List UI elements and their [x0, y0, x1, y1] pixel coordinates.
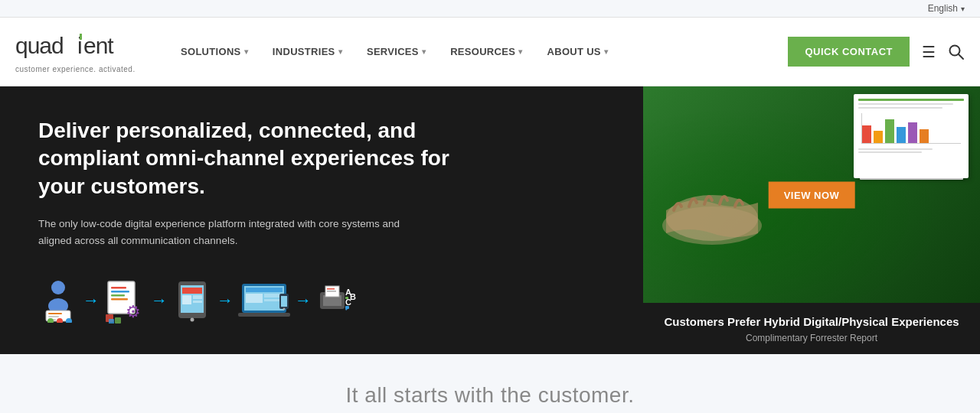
- svg-rect-44: [327, 288, 335, 290]
- menu-icon: ☰: [922, 43, 936, 61]
- svg-text:B: B: [350, 292, 356, 301]
- svg-rect-34: [246, 294, 263, 303]
- nav-item-resources[interactable]: RESOURCES ▾: [438, 38, 534, 65]
- hero-left: Deliver personalized, connected, and com…: [0, 86, 643, 354]
- hero-headline: Deliver personalized, connected, and com…: [38, 117, 467, 200]
- svg-rect-33: [246, 288, 283, 292]
- hero-right: VIEW NOW Customers Prefer Hybrid Digital…: [643, 86, 980, 354]
- arrow-4: →: [295, 291, 312, 311]
- arrow-1: →: [83, 291, 100, 311]
- icon-tablet: [172, 278, 212, 324]
- icon-person: [38, 278, 78, 323]
- svg-point-30: [191, 318, 194, 322]
- nav-chevron-resources: ▾: [518, 47, 522, 56]
- logo-text: quad i ent: [15, 31, 134, 63]
- forrester-caption: Customers Prefer Hybrid Digital/Physical…: [643, 303, 980, 354]
- view-now-button[interactable]: VIEW NOW: [769, 181, 855, 208]
- laptop-svg: [238, 280, 290, 322]
- nav-chevron-solutions: ▾: [244, 47, 248, 56]
- icon-flow: → ⚙ →: [38, 278, 612, 324]
- nav-label-industries: INDUSTRIES: [273, 46, 335, 57]
- icon-laptop: [238, 280, 290, 322]
- svg-rect-23: [109, 319, 114, 324]
- svg-line-5: [959, 54, 963, 59]
- icon-processing: ⚙: [104, 278, 146, 324]
- svg-rect-37: [238, 313, 290, 317]
- nav-chevron-industries: ▾: [338, 47, 342, 56]
- nav-label-services: SERVICES: [367, 46, 419, 57]
- nav-item-about[interactable]: ABOUT US ▾: [535, 38, 621, 65]
- processing-svg: ⚙: [104, 278, 146, 324]
- svg-rect-18: [111, 294, 125, 297]
- forrester-sub: Complimentary Forrester Report: [658, 333, 965, 343]
- search-icon: [948, 44, 965, 60]
- svg-rect-36: [264, 299, 279, 301]
- nav-item-services[interactable]: SERVICES ▾: [354, 38, 438, 65]
- arrow-2: →: [151, 291, 168, 311]
- svg-rect-45: [327, 291, 336, 292]
- tagline-text: It all starts with the customer.: [15, 383, 965, 408]
- svg-rect-17: [111, 291, 129, 293]
- logo-svg: quad i ent: [15, 31, 134, 60]
- nav-item-solutions[interactable]: SOLUTIONS ▾: [168, 38, 260, 65]
- doc-main: [854, 94, 969, 178]
- svg-rect-16: [111, 287, 126, 289]
- channels-svg: A C B: [316, 278, 358, 323]
- svg-rect-27: [182, 295, 191, 304]
- search-button[interactable]: [948, 44, 965, 60]
- svg-point-6: [51, 281, 65, 294]
- top-bar: English ▾: [0, 0, 980, 18]
- logo[interactable]: quad i ent customer experience. activate…: [15, 31, 138, 73]
- menu-button[interactable]: ☰: [922, 43, 936, 61]
- svg-rect-28: [193, 295, 202, 299]
- language-selector[interactable]: English ▾: [928, 3, 965, 14]
- nav-chevron-about: ▾: [604, 47, 608, 56]
- person-svg: [38, 278, 78, 323]
- svg-rect-50: [345, 306, 349, 309]
- svg-rect-10: [48, 316, 59, 317]
- svg-rect-26: [182, 288, 202, 294]
- svg-rect-22: [115, 317, 121, 324]
- icon-channels: A C B: [316, 278, 358, 323]
- svg-text:ent: ent: [83, 33, 114, 58]
- svg-rect-49: [345, 297, 348, 299]
- language-chevron: ▾: [961, 5, 965, 13]
- svg-rect-39: [281, 296, 287, 307]
- nav-item-industries[interactable]: INDUSTRIES ▾: [260, 38, 354, 65]
- svg-rect-2: [80, 34, 82, 40]
- header-actions: QUICK CONTACT ☰: [788, 37, 965, 67]
- below-hero-section: It all starts with the customer.: [0, 354, 980, 413]
- svg-marker-51: [345, 309, 348, 311]
- nav-label-about: ABOUT US: [547, 46, 601, 57]
- svg-rect-29: [193, 301, 202, 303]
- logo-tagline: customer experience. activated.: [15, 65, 136, 73]
- document-stack: [854, 94, 969, 180]
- hero-subtext: The only low-code digital experience pla…: [38, 216, 421, 249]
- nav-label-resources: RESOURCES: [450, 46, 515, 57]
- svg-point-40: [283, 307, 286, 310]
- hands-svg: [651, 141, 773, 249]
- arrow-3: →: [217, 291, 234, 311]
- svg-rect-9: [48, 313, 62, 314]
- language-label: English: [928, 3, 958, 14]
- svg-text:⚙: ⚙: [126, 302, 141, 321]
- tablet-svg: [172, 278, 212, 324]
- svg-rect-19: [111, 298, 128, 301]
- nav-chevron-services: ▾: [422, 47, 426, 56]
- forrester-title: Customers Prefer Hybrid Digital/Physical…: [658, 314, 965, 330]
- svg-text:quad: quad: [15, 33, 64, 58]
- forrester-image: VIEW NOW: [643, 86, 980, 303]
- hero-section: Deliver personalized, connected, and com…: [0, 86, 980, 354]
- site-header: quad i ent customer experience. activate…: [0, 18, 980, 86]
- quick-contact-button[interactable]: QUICK CONTACT: [788, 37, 910, 67]
- nav-label-solutions: SOLUTIONS: [181, 46, 241, 57]
- main-nav: SOLUTIONS ▾ INDUSTRIES ▾ SERVICES ▾ RESO…: [168, 38, 788, 65]
